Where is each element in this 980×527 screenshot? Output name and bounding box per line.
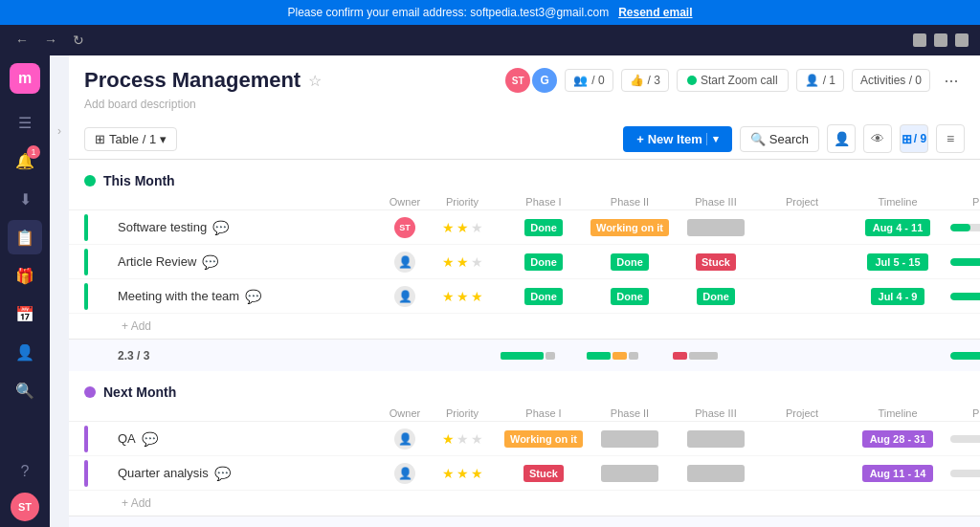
person-filter-button[interactable]: 👤 — [827, 124, 856, 153]
forward-button[interactable]: → — [40, 31, 61, 50]
avatar-blue[interactable]: G — [532, 68, 557, 93]
col-header-timeline: Timeline — [845, 196, 950, 208]
row-name-meeting: Meeting with the team 💬 — [118, 289, 386, 304]
filter-button[interactable]: ⊞ / 9 — [900, 124, 928, 153]
phase1-qa[interactable]: Working on it — [501, 430, 587, 448]
sidebar-item-help[interactable]: ? — [8, 454, 42, 489]
person-icon: 👥 — [573, 74, 588, 87]
column-headers-next-month: Owner Priority Phase I Phase II Phase II… — [69, 406, 980, 422]
star-icon[interactable]: ☆ — [308, 72, 322, 90]
row-name-software-testing: Software testing 💬 — [118, 220, 386, 235]
sidebar-item-notifications[interactable]: 🔔 1 — [8, 143, 42, 178]
sidebar-item-menu[interactable]: ☰ — [8, 105, 42, 140]
phase3-cell[interactable]: Stuck — [673, 253, 759, 271]
summary-progress-this-month: 67% — [950, 350, 980, 362]
minimize-button[interactable] — [913, 33, 926, 47]
people-button[interactable]: 👤 / 1 — [796, 69, 844, 92]
progress-cell: 67% — [950, 256, 980, 268]
chevron-down-icon: ▾ — [160, 132, 167, 146]
table-row: Meeting with the team 💬 👤 ★ ★ ★ Done Don… — [69, 279, 980, 314]
comment-icon[interactable]: 💬 — [142, 431, 158, 447]
sidebar-item-inbox[interactable]: ⬇ — [8, 182, 42, 216]
sidebar-item-team[interactable]: 👤 — [8, 335, 42, 369]
timeline-quarter[interactable]: Aug 11 - 14 — [845, 465, 950, 482]
star-filled-2: ★ — [457, 289, 469, 304]
timeline-cell[interactable]: Aug 4 - 11 — [845, 219, 950, 236]
sidebar-item-gift[interactable]: 🎁 — [8, 258, 42, 293]
phase3-cell[interactable] — [673, 219, 759, 236]
owner-avatar[interactable]: ST — [394, 217, 415, 238]
sidebar-logo[interactable]: m — [10, 63, 40, 94]
comment-icon[interactable]: 💬 — [245, 289, 261, 304]
phase2-cell[interactable]: Done — [587, 288, 673, 305]
group-next-month: Next Month Owner Priority Phase I Phase … — [69, 379, 980, 527]
star-filled-1: ★ — [442, 254, 455, 270]
phase2-qa[interactable] — [587, 430, 673, 448]
phase2-quarter[interactable] — [587, 465, 673, 482]
new-item-label: New Item — [648, 132, 702, 146]
phase3-qa[interactable] — [673, 430, 759, 448]
close-button[interactable] — [955, 33, 969, 47]
group-indicator-this-month — [84, 175, 96, 187]
phase2-cell[interactable]: Done — [587, 253, 673, 271]
avatar-red[interactable]: ST — [505, 68, 530, 93]
phase3-quarter[interactable] — [673, 465, 759, 482]
timeline-cell[interactable]: Jul 4 - 9 — [845, 288, 950, 305]
add-item-button-next-month[interactable]: + Add — [118, 494, 386, 512]
people-icon: 👤 — [805, 74, 819, 87]
summary-count-this-month: 2.3 / 3 — [118, 349, 386, 362]
progress-quarter: 0% — [950, 468, 980, 479]
board-description[interactable]: Add board description — [69, 98, 980, 119]
filter-count-label: / 9 — [914, 132, 926, 145]
phase1-quarter[interactable]: Stuck — [501, 465, 587, 482]
table-view-button[interactable]: ⊞ Table / 1 ▾ — [84, 127, 177, 151]
more-options-button[interactable]: ··· — [938, 67, 965, 94]
group-indicator-next-month — [84, 386, 96, 398]
owner-avatar-empty[interactable]: 👤 — [394, 252, 415, 273]
settings-button[interactable]: ≡ — [936, 124, 965, 153]
eye-button[interactable]: 👁 — [863, 124, 892, 153]
table-row: QA 💬 👤 ★ ★ ★ Working on it A — [69, 422, 980, 456]
maximize-button[interactable] — [934, 33, 947, 47]
sidebar: m ☰ 🔔 1 ⬇ 📋 🎁 📅 👤 🔍 ? ST — [0, 55, 50, 527]
activities-label: Activities / 0 — [860, 74, 922, 87]
invite-button[interactable]: 👥 / 0 — [565, 69, 612, 92]
reload-button[interactable]: ↻ — [69, 31, 88, 50]
like-button[interactable]: 👍 / 3 — [621, 69, 669, 92]
phase3-cell[interactable]: Done — [673, 288, 759, 305]
group-this-month: This Month Owner Priority Phase I Phase … — [69, 167, 980, 371]
new-item-button[interactable]: + New Item ▾ — [623, 126, 732, 152]
phase1-cell[interactable]: Done — [501, 253, 587, 271]
comment-icon[interactable]: 💬 — [212, 220, 229, 235]
search-button[interactable]: 🔍 Search — [740, 126, 819, 152]
timeline-qa[interactable]: Aug 28 - 31 — [845, 430, 950, 448]
zoom-button[interactable]: Start Zoom call — [677, 69, 789, 92]
plus-icon: + — [636, 132, 644, 146]
resend-email-link[interactable]: Resend email — [618, 6, 692, 19]
sidebar-item-search[interactable]: 🔍 — [8, 373, 42, 407]
phase1-cell[interactable]: Done — [501, 288, 587, 305]
col-header-phase3: Phase III — [673, 196, 759, 208]
phase2-cell[interactable]: Working on it — [587, 219, 673, 236]
owner-avatar-empty[interactable]: 👤 — [394, 286, 415, 307]
summary-row-this-month: 2.3 / 3 — [69, 339, 980, 371]
comment-icon[interactable]: 💬 — [202, 254, 218, 270]
star-filled-1: ★ — [442, 289, 455, 304]
phase1-cell[interactable]: Done — [501, 219, 587, 236]
activities-button[interactable]: Activities / 0 — [852, 69, 930, 92]
star-empty: ★ — [457, 431, 469, 447]
add-item-button-this-month[interactable]: + Add — [118, 318, 386, 335]
col-h-timeline: Timeline — [845, 407, 950, 419]
sidebar-item-calendar[interactable]: 📅 — [8, 296, 42, 331]
owner-avatar-empty[interactable]: 👤 — [394, 428, 415, 450]
sidebar-avatar[interactable]: ST — [11, 493, 39, 521]
star-filled-2: ★ — [457, 220, 469, 235]
sidebar-collapse-handle[interactable]: › — [50, 55, 69, 527]
zoom-label: Start Zoom call — [701, 74, 778, 87]
back-button[interactable]: ← — [11, 31, 33, 50]
timeline-cell[interactable]: Jul 5 - 15 — [845, 253, 950, 271]
sidebar-item-boards[interactable]: 📋 — [8, 220, 42, 254]
notification-badge: 1 — [27, 145, 40, 159]
comment-icon[interactable]: 💬 — [214, 466, 231, 481]
owner-avatar-empty[interactable]: 👤 — [394, 463, 415, 484]
